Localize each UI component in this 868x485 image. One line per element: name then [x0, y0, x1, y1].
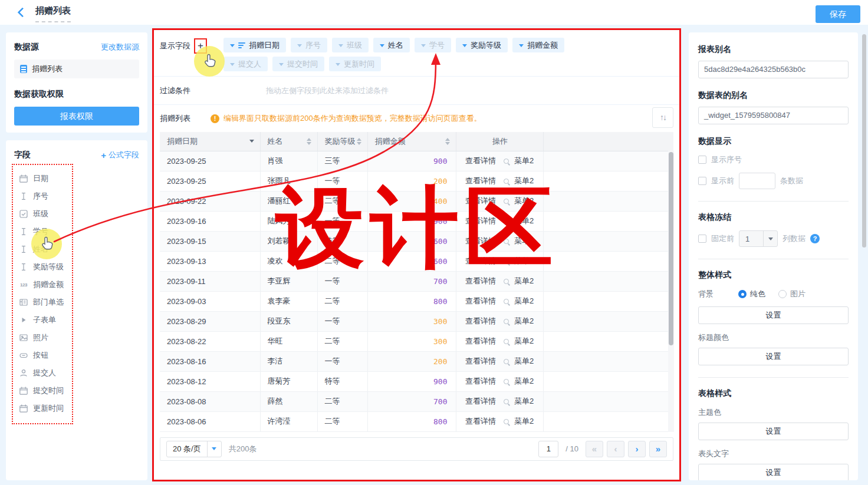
- field-item[interactable]: 学号: [13, 223, 72, 240]
- sort-desc-icon[interactable]: [249, 140, 254, 143]
- field-item[interactable]: 子表单: [13, 311, 72, 329]
- menu2-link[interactable]: 菜单2: [514, 196, 534, 205]
- show-first-checkbox[interactable]: [698, 177, 706, 185]
- search-icon[interactable]: [504, 359, 509, 364]
- display-field-chip[interactable]: 提交人: [223, 57, 268, 71]
- window-scrollbar-thumb[interactable]: [862, 34, 866, 248]
- menu2-link[interactable]: 菜单2: [514, 256, 534, 265]
- table-scrollbar-thumb[interactable]: [669, 152, 673, 345]
- sort-updown-icon[interactable]: [445, 138, 450, 145]
- field-item[interactable]: 照片: [13, 329, 72, 347]
- bg-solid-radio[interactable]: 纯色: [738, 289, 765, 299]
- display-field-chip[interactable]: 学号: [415, 38, 451, 52]
- view-detail-link[interactable]: 查看详情: [465, 256, 496, 265]
- menu2-link[interactable]: 菜单2: [514, 417, 534, 425]
- page-number-input[interactable]: 1: [538, 441, 558, 457]
- search-icon[interactable]: [504, 399, 509, 404]
- field-item[interactable]: 姓名: [13, 240, 72, 258]
- display-field-chip[interactable]: 更新时间: [329, 57, 381, 71]
- menu2-link[interactable]: 菜单2: [514, 377, 534, 385]
- search-icon[interactable]: [504, 379, 509, 384]
- menu2-link[interactable]: 菜单2: [514, 176, 534, 185]
- table-scrollbar[interactable]: [668, 151, 674, 432]
- chevron-down-icon[interactable]: [297, 44, 302, 47]
- view-detail-link[interactable]: 查看详情: [465, 377, 496, 385]
- search-icon[interactable]: [504, 219, 509, 224]
- report-permission-button[interactable]: 报表权限: [14, 107, 139, 126]
- back-icon[interactable]: [17, 8, 26, 17]
- view-detail-link[interactable]: 查看详情: [465, 296, 496, 305]
- display-field-chip[interactable]: 序号: [291, 38, 327, 52]
- freeze-count-select[interactable]: 1: [739, 230, 778, 247]
- display-field-chip[interactable]: 捐赠日期: [223, 38, 286, 52]
- field-item[interactable]: 奖励等级: [13, 258, 72, 276]
- display-field-chip[interactable]: 姓名: [373, 38, 410, 52]
- menu2-link[interactable]: 菜单2: [514, 216, 534, 225]
- view-detail-link[interactable]: 查看详情: [465, 357, 496, 365]
- search-icon[interactable]: [504, 199, 509, 204]
- chevron-down-icon[interactable]: [336, 63, 340, 66]
- sort-tool-icon[interactable]: [652, 107, 673, 128]
- menu2-link[interactable]: 菜单2: [514, 296, 534, 305]
- search-icon[interactable]: [504, 419, 509, 424]
- save-button[interactable]: 保存: [816, 5, 860, 23]
- table-alias-input[interactable]: _widget_1579595800847: [698, 107, 849, 124]
- theme-color-set-button[interactable]: 设置: [698, 423, 849, 440]
- search-icon[interactable]: [504, 259, 509, 264]
- datasource-item[interactable]: 捐赠列表: [14, 60, 139, 78]
- field-item[interactable]: 提交时间: [13, 382, 72, 400]
- prev-page-button[interactable]: [607, 441, 624, 457]
- field-item[interactable]: 提交人: [13, 364, 72, 382]
- last-page-button[interactable]: [649, 441, 667, 457]
- change-datasource-link[interactable]: 更改数据源: [101, 42, 139, 52]
- field-item[interactable]: 更新时间: [13, 400, 72, 417]
- first-page-button[interactable]: [586, 441, 603, 457]
- view-detail-link[interactable]: 查看详情: [465, 216, 496, 225]
- show-first-count-input[interactable]: [739, 173, 775, 189]
- chevron-down-icon[interactable]: [230, 44, 235, 47]
- title-color-set-button[interactable]: 设置: [698, 348, 849, 365]
- field-item[interactable]: 123捐赠金额: [13, 276, 72, 293]
- bg-image-radio[interactable]: 图片: [778, 289, 805, 299]
- view-detail-link[interactable]: 查看详情: [465, 316, 496, 325]
- search-icon[interactable]: [504, 339, 509, 344]
- view-detail-link[interactable]: 查看详情: [465, 397, 496, 405]
- search-icon[interactable]: [504, 239, 509, 244]
- filter-dropzone-placeholder[interactable]: 拖动左侧字段到此处来添加过滤条件: [266, 85, 389, 96]
- menu2-link[interactable]: 菜单2: [514, 397, 534, 405]
- field-item[interactable]: 部门单选: [13, 293, 72, 311]
- next-page-button[interactable]: [628, 441, 646, 457]
- help-icon[interactable]: [810, 234, 820, 243]
- col-header-name[interactable]: 姓名: [260, 132, 317, 151]
- chevron-down-icon[interactable]: [519, 44, 524, 47]
- report-alias-input[interactable]: 5dac8d29e4a264325b563b0c: [698, 61, 849, 78]
- header-text-set-button[interactable]: 设置: [698, 464, 849, 480]
- view-detail-link[interactable]: 查看详情: [465, 176, 496, 185]
- view-detail-link[interactable]: 查看详情: [465, 276, 496, 285]
- view-detail-link[interactable]: 查看详情: [465, 196, 496, 205]
- field-item[interactable]: 日期: [13, 170, 72, 187]
- background-set-button[interactable]: 设置: [698, 306, 849, 324]
- view-detail-link[interactable]: 查看详情: [465, 236, 496, 245]
- search-icon[interactable]: [504, 179, 509, 184]
- display-field-chip[interactable]: 提交时间: [272, 57, 324, 71]
- sort-updown-icon[interactable]: [307, 138, 311, 145]
- add-display-field-button[interactable]: +: [194, 38, 207, 54]
- menu2-link[interactable]: 菜单2: [514, 156, 534, 165]
- field-item[interactable]: 班级: [13, 205, 72, 223]
- menu2-link[interactable]: 菜单2: [514, 357, 534, 365]
- chevron-down-icon[interactable]: [338, 44, 343, 47]
- menu2-link[interactable]: 菜单2: [514, 316, 534, 325]
- menu2-link[interactable]: 菜单2: [514, 236, 534, 245]
- view-detail-link[interactable]: 查看详情: [465, 156, 496, 165]
- search-icon[interactable]: [504, 299, 509, 304]
- add-formula-field-link[interactable]: + 公式字段: [101, 150, 139, 160]
- menu2-link[interactable]: 菜单2: [514, 276, 534, 285]
- chevron-down-icon[interactable]: [462, 44, 467, 47]
- display-field-chip[interactable]: 捐赠金额: [512, 38, 564, 52]
- col-header-level[interactable]: 奖励等级: [317, 132, 367, 151]
- chevron-down-icon[interactable]: [380, 44, 384, 47]
- col-header-amount[interactable]: 捐赠金额: [367, 132, 456, 151]
- display-field-chip[interactable]: 奖励等级: [456, 38, 508, 52]
- display-field-chip[interactable]: 班级: [332, 38, 369, 52]
